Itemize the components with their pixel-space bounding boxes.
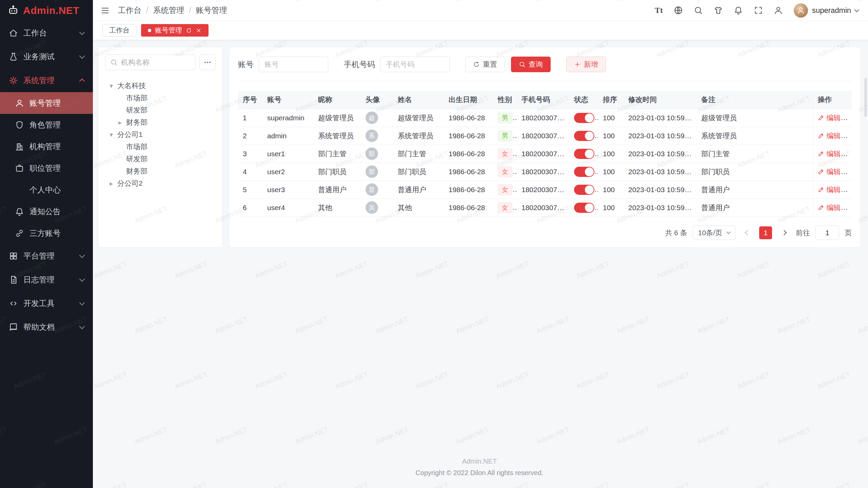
sidebar-item-platform[interactable]: 平台管理: [0, 244, 93, 268]
tree-node[interactable]: ▾大名科技: [105, 80, 216, 92]
status-toggle[interactable]: [574, 149, 594, 159]
footer-copyright: Copyright © 2022 Dilon All rights reserv…: [98, 467, 861, 479]
sidebar-item-help[interactable]: 帮助文档: [0, 315, 93, 339]
goto-page-input[interactable]: [815, 226, 839, 240]
tree-node[interactable]: ▸财务部: [105, 116, 216, 128]
org-name-field[interactable]: [121, 58, 190, 66]
avatar-chip: 部: [366, 165, 378, 178]
next-page-button[interactable]: [777, 226, 790, 239]
org-more-button[interactable]: [199, 55, 216, 70]
cell-status: [569, 145, 598, 163]
cell-modified: 2023-01-03 10:59:44: [624, 181, 696, 199]
tree-node[interactable]: ▾分公司1: [105, 128, 216, 141]
breadcrumb-item[interactable]: 系统管理: [153, 5, 184, 16]
chevron-down-icon: [79, 276, 85, 282]
tree-node[interactable]: 市场部: [105, 141, 216, 153]
menu-item-label: 平台管理: [23, 251, 75, 261]
add-button[interactable]: 新增: [566, 57, 606, 72]
cell-nickname: 系统管理员: [313, 127, 361, 145]
tab-account[interactable]: 账号管理: [141, 24, 209, 37]
status-toggle[interactable]: [574, 203, 594, 213]
edit-button[interactable]: 编辑: [818, 185, 841, 195]
refresh-icon[interactable]: [186, 27, 192, 34]
sidebar-item-role[interactable]: 角色管理: [0, 114, 93, 136]
cell-order: 100: [598, 163, 624, 181]
edit-button[interactable]: 编辑: [818, 113, 841, 123]
account-query-input[interactable]: [259, 57, 328, 72]
breadcrumb-item[interactable]: 账号管理: [196, 5, 227, 16]
collapse-menu-icon[interactable]: [100, 6, 110, 15]
status-toggle[interactable]: [574, 113, 594, 123]
cell-index: 3: [238, 145, 262, 163]
sidebar-item-third-account[interactable]: 三方账号: [0, 222, 93, 244]
breadcrumb-item[interactable]: 工作台: [118, 5, 141, 16]
status-toggle[interactable]: [574, 167, 594, 177]
sidebar-item-account[interactable]: 账号管理: [0, 92, 93, 114]
sidebar-item-personal[interactable]: 个人中心: [0, 179, 93, 201]
sidebar-item-notice[interactable]: 通知公告: [0, 201, 93, 222]
cell-gender: 女: [493, 181, 517, 199]
scrollbar-thumb[interactable]: [864, 78, 867, 117]
phone-query-input[interactable]: [380, 57, 450, 72]
sidebar-item-workbench[interactable]: 工作台: [0, 21, 93, 45]
menu-item-label: 系统管理: [23, 75, 75, 86]
tree-node-label: 研发部: [126, 105, 147, 115]
tree-node[interactable]: 市场部: [105, 92, 216, 104]
tree-node[interactable]: 研发部: [105, 153, 216, 165]
notification-icon[interactable]: [734, 6, 743, 15]
cell-birthdate: 1986-06-28: [444, 145, 493, 163]
edit-button[interactable]: 编辑: [818, 167, 841, 177]
reset-button[interactable]: 重置: [465, 57, 505, 72]
gender-tag: 女: [498, 184, 512, 195]
edit-button[interactable]: 编辑: [818, 149, 841, 159]
status-toggle[interactable]: [574, 185, 594, 195]
org-search-row: [105, 55, 216, 70]
menu-item-label: 职位管理: [29, 163, 84, 174]
user-menu[interactable]: superadmin: [794, 3, 859, 18]
caret-right-icon[interactable]: ▸: [107, 180, 115, 187]
caret-down-icon[interactable]: ▾: [107, 82, 115, 90]
tab-workbench[interactable]: 工作台: [102, 24, 136, 37]
caret-down-icon[interactable]: ▾: [107, 131, 115, 139]
page-number-button[interactable]: 1: [759, 226, 772, 239]
sidebar-item-org[interactable]: 机构管理: [0, 136, 93, 157]
sidebar-item-logs[interactable]: 日志管理: [0, 268, 93, 291]
sidebar-item-business-test[interactable]: 业务测试: [0, 45, 93, 68]
font-size-icon[interactable]: Tt: [655, 6, 663, 15]
tree-node[interactable]: ▸分公司2: [105, 177, 216, 189]
breadcrumb-separator: /: [146, 6, 148, 15]
page-size-select[interactable]: 10条/页: [693, 226, 735, 240]
cell-remark: 部门主管: [696, 145, 813, 163]
profile-icon[interactable]: [774, 6, 783, 15]
tree-node-label: 市场部: [126, 93, 147, 103]
grid-icon: [9, 251, 18, 261]
chevron-down-icon: [79, 323, 85, 329]
cell-order: 100: [598, 127, 624, 145]
close-icon[interactable]: [196, 27, 202, 34]
cell-gender: 女: [493, 199, 517, 217]
status-toggle[interactable]: [574, 131, 594, 141]
sidebar-item-devtools[interactable]: 开发工具: [0, 291, 93, 315]
page-size-value: 10条/页: [698, 228, 722, 238]
brand-name: Admin.NET: [23, 5, 79, 16]
sidebar-item-position[interactable]: 职位管理: [0, 157, 93, 179]
fullscreen-icon[interactable]: [754, 6, 763, 15]
column-header: 操作: [813, 91, 852, 109]
column-header: 修改时间: [624, 91, 696, 109]
tree-node[interactable]: 财务部: [105, 165, 216, 177]
cell-phone: 18020030720: [517, 127, 569, 145]
search-icon[interactable]: [694, 6, 703, 15]
org-search-input[interactable]: [105, 55, 195, 70]
prev-page-button[interactable]: [741, 226, 754, 239]
theme-icon[interactable]: [714, 6, 723, 15]
edit-button[interactable]: 编辑: [818, 203, 841, 212]
sidebar-item-system[interactable]: 系统管理: [0, 68, 93, 92]
caret-right-icon[interactable]: ▸: [116, 119, 124, 126]
pagination: 共 6 条 10条/页 1 前往 页: [238, 226, 852, 240]
chevron-up-icon: [79, 79, 85, 84]
cell-index: 6: [238, 199, 262, 217]
tree-node[interactable]: 研发部: [105, 104, 216, 116]
edit-button[interactable]: 编辑: [818, 131, 841, 141]
search-button[interactable]: 查询: [511, 57, 551, 72]
locale-icon[interactable]: [674, 6, 683, 15]
